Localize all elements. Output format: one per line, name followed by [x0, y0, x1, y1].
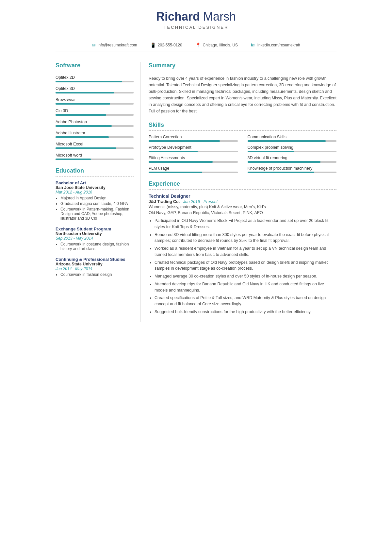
- software-bar-fill: [56, 92, 114, 93]
- skill-item: 3D virtual fit rendering: [248, 156, 337, 163]
- software-name: Clo 3D: [56, 109, 134, 113]
- skill-item: Knowledge of production machinery: [248, 166, 337, 173]
- software-item: Optitex 2D: [56, 75, 134, 82]
- edu-date: Sep 2013 - May 2014: [56, 236, 134, 241]
- exp-job-title: Technical Designer: [149, 193, 336, 199]
- software-bar-bg: [56, 136, 134, 138]
- experience-entry: Technical Designer J&J Trading Co. Jun 2…: [149, 193, 336, 315]
- edu-bullets: Coursework in costume design, fashion hi…: [56, 242, 134, 251]
- edu-school: Northeastern University: [56, 231, 134, 236]
- resume-header: Richard Marsh TECHNICAL DESIGNER: [49, 0, 343, 35]
- exp-bullet: Rendered 3D virtual fitting more than 30…: [155, 232, 336, 244]
- edu-bullets: Majored in Apparel DesignGraduated magna…: [56, 196, 134, 221]
- software-name: Microsoft Excel: [56, 142, 134, 146]
- software-bar-bg: [56, 103, 134, 105]
- summary-section: Summary Ready to bring over 4 years of e…: [149, 62, 336, 114]
- skill-name: Pattern Correction: [149, 135, 238, 139]
- skill-bar-fill: [149, 140, 220, 142]
- software-bar-bg: [56, 147, 134, 149]
- skill-name: Complex problem solving: [248, 145, 337, 150]
- skill-bar-fill: [248, 140, 326, 142]
- exp-subtitle: Women's (missy, maternity, plus) Knit & …: [149, 205, 336, 209]
- linkedin-contact: in linkedin.com/resumekraft: [251, 42, 300, 48]
- edu-school: San Jose State University: [56, 185, 134, 190]
- software-bar-bg: [56, 81, 134, 82]
- skill-name: Communication Skills: [248, 135, 337, 139]
- exp-bullet: Created specifications of Petite & Tall …: [155, 295, 336, 307]
- skill-item: Communication Skills: [248, 135, 337, 142]
- edu-bullets: Coursework in fashion design: [56, 272, 134, 277]
- edu-degree: Bachelor of Art: [56, 180, 134, 185]
- software-bar-fill: [56, 81, 122, 82]
- software-name: Adobe Illustrator: [56, 131, 134, 135]
- first-name: Richard: [156, 10, 200, 23]
- software-bar-fill: [56, 159, 91, 160]
- edu-date: Mar 2012 - Aug 2016: [56, 190, 134, 194]
- email-icon: ✉: [92, 42, 96, 48]
- exp-bullets: Participated in Old Navy Women's Block F…: [149, 218, 336, 315]
- main-layout: Software Optitex 2D Optitex 3D Browzwear…: [49, 56, 343, 329]
- edu-bullet: Coursework in Pattern-making, Fashion De…: [60, 207, 134, 221]
- software-bar-bg: [56, 92, 134, 93]
- skill-bar-bg: [248, 172, 337, 173]
- edu-date: Jan 2014 - May 2014: [56, 266, 134, 271]
- skill-name: 3D virtual fit rendering: [248, 156, 337, 160]
- skill-item: Fitting Assessments: [149, 156, 238, 163]
- software-item: Microsoft Excel: [56, 142, 134, 149]
- experience-section: Experience Technical Designer J&J Tradin…: [149, 180, 336, 315]
- skill-bar-bg: [149, 151, 238, 152]
- education-entry: Exchange Student Program Northeastern Un…: [56, 227, 134, 251]
- edu-bullet: Majored in Apparel Design: [60, 196, 134, 200]
- experience-list: Technical Designer J&J Trading Co. Jun 2…: [149, 193, 336, 315]
- exp-bullet: Suggested bulk-friendly constructions fo…: [155, 309, 336, 315]
- software-divider: [56, 71, 134, 71]
- email-contact: ✉ info@resumekraft.com: [92, 42, 137, 48]
- software-name: Optitex 3D: [56, 86, 134, 91]
- experience-divider: [149, 189, 336, 190]
- skill-bar-bg: [149, 140, 238, 142]
- software-name: Microsoft word: [56, 153, 134, 158]
- summary-title: Summary: [149, 62, 336, 69]
- software-name: Adobe Photostop: [56, 120, 134, 124]
- software-bar-fill: [56, 136, 109, 138]
- left-column: Software Optitex 2D Optitex 3D Browzwear…: [56, 62, 140, 322]
- skills-title: Skills: [149, 122, 336, 128]
- software-bar-bg: [56, 125, 134, 127]
- software-item: Browzwear: [56, 97, 134, 105]
- skill-item: Pattern Correction: [149, 135, 238, 142]
- exp-clients: Old Navy, GAP, Banana Republic, Victoria…: [149, 210, 336, 215]
- skill-bar-fill: [149, 151, 198, 152]
- experience-title: Experience: [149, 180, 336, 187]
- skills-grid: Pattern Correction Communication Skills …: [149, 135, 336, 173]
- education-list: Bachelor of Art San Jose State Universit…: [56, 180, 134, 277]
- software-bar-fill: [56, 125, 112, 127]
- edu-bullet: Coursework in fashion design: [60, 272, 134, 277]
- skill-bar-fill: [248, 172, 314, 173]
- software-name: Optitex 2D: [56, 75, 134, 80]
- software-item: Adobe Illustrator: [56, 131, 134, 138]
- skill-bar-bg: [248, 151, 337, 152]
- exp-bullet: Created technical packages of Old Navy p…: [155, 260, 336, 272]
- software-title: Software: [56, 62, 134, 69]
- skills-divider: [149, 130, 336, 131]
- software-bar-bg: [56, 159, 134, 160]
- skill-bar-bg: [149, 161, 238, 163]
- software-item: Optitex 3D: [56, 86, 134, 93]
- phone-text: 202-555-0120: [158, 43, 182, 47]
- right-column: Summary Ready to bring over 4 years of e…: [140, 62, 336, 322]
- exp-bullet: Participated in Old Navy Women's Block F…: [155, 218, 336, 230]
- exp-company-line: J&J Trading Co. Jun 2016 - Present: [149, 199, 336, 204]
- summary-text: Ready to bring over 4 years of experienc…: [149, 75, 336, 114]
- software-bar-fill: [56, 103, 110, 105]
- software-name: Browzwear: [56, 97, 134, 102]
- last-name: Marsh: [203, 10, 236, 23]
- skill-bar-bg: [149, 172, 238, 173]
- software-section: Software Optitex 2D Optitex 3D Browzwear…: [56, 62, 134, 160]
- software-bar-bg: [56, 114, 134, 116]
- skill-name: Knowledge of production machinery: [248, 166, 337, 171]
- exp-company-name: J&J Trading Co.: [149, 199, 180, 204]
- education-title: Education: [56, 167, 134, 174]
- software-list: Optitex 2D Optitex 3D Browzwear Clo 3D A…: [56, 75, 134, 160]
- skill-bar-fill: [248, 161, 320, 163]
- skill-bar-bg: [248, 161, 337, 163]
